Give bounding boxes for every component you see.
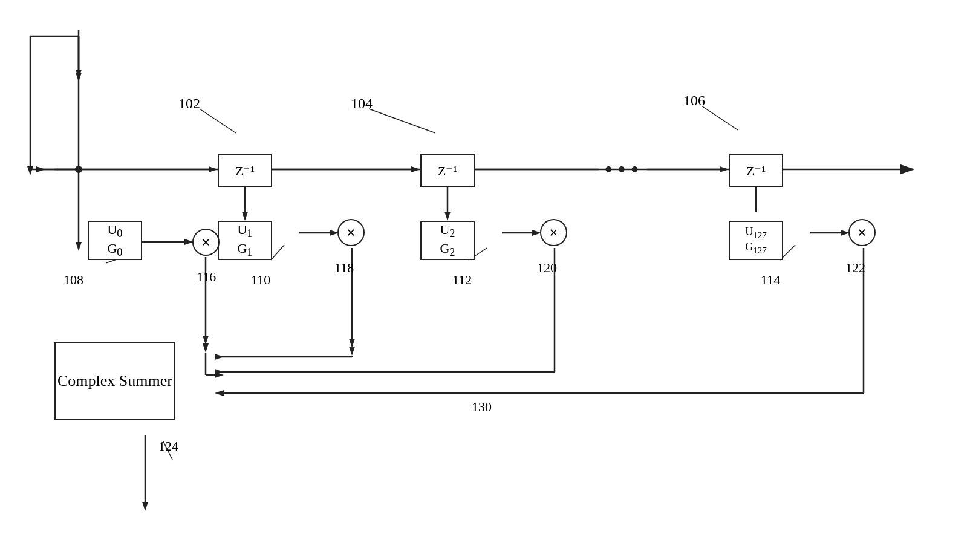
ref-122: 122 <box>845 260 865 276</box>
z2-label: Z⁻¹ <box>438 163 457 179</box>
ref-102: 102 <box>178 96 200 112</box>
svg-line-61 <box>369 109 435 133</box>
u1-block: U1G1 <box>218 221 272 260</box>
z3-label: Z⁻¹ <box>746 163 766 179</box>
svg-marker-18 <box>720 166 729 172</box>
diagram-svg: • • • <box>0 0 967 560</box>
svg-marker-25 <box>76 242 82 251</box>
svg-marker-49 <box>349 347 355 356</box>
svg-marker-52 <box>215 354 224 360</box>
mult1-block: × <box>192 229 220 256</box>
mult3-block: × <box>540 219 567 246</box>
mult4-block: × <box>848 219 876 246</box>
mult2-label: × <box>347 224 356 242</box>
u127-block: U127G127 <box>729 221 783 260</box>
u0-label: U0G0 <box>107 222 122 259</box>
ref-114: 114 <box>761 272 780 288</box>
u2-block: U2G2 <box>420 221 475 260</box>
complex-summer-label: Complex Summer <box>57 371 172 391</box>
ref-120: 120 <box>537 260 557 276</box>
svg-marker-5 <box>209 166 218 172</box>
mult4-label: × <box>858 224 867 242</box>
svg-line-64 <box>271 245 284 260</box>
u1-label: U1G1 <box>237 222 252 259</box>
z1-block: Z⁻¹ <box>218 154 272 187</box>
svg-marker-42 <box>215 390 224 396</box>
diagram-container: • • • Z⁻¹ Z⁻¹ Z⁻¹ U0G0 U1G1 U2G2 U127G12… <box>0 0 967 560</box>
z3-block: Z⁻¹ <box>729 154 783 187</box>
ref-104: 104 <box>351 96 373 112</box>
svg-marker-45 <box>203 343 209 353</box>
svg-marker-27 <box>203 336 209 345</box>
mult2-block: × <box>337 219 365 246</box>
u2-label: U2G2 <box>440 222 455 259</box>
ref-130: 130 <box>472 399 492 415</box>
mult1-label: × <box>201 233 210 252</box>
ref-116: 116 <box>197 269 216 285</box>
svg-marker-44 <box>142 502 148 511</box>
ref-106: 106 <box>683 93 705 109</box>
z2-block: Z⁻¹ <box>420 154 475 187</box>
svg-line-62 <box>702 106 738 130</box>
ref-110: 110 <box>251 272 270 288</box>
ref-108: 108 <box>63 272 83 288</box>
svg-marker-13 <box>411 166 420 172</box>
svg-text:• • •: • • • <box>605 157 639 181</box>
svg-marker-15 <box>444 212 451 221</box>
svg-marker-32 <box>349 339 355 348</box>
svg-line-60 <box>200 109 236 133</box>
u0-block: U0G0 <box>88 221 142 260</box>
svg-marker-57 <box>27 166 33 175</box>
ref-124: 124 <box>158 438 178 454</box>
ref-118: 118 <box>334 260 354 276</box>
u127-label: U127G127 <box>745 226 767 255</box>
svg-marker-69 <box>76 73 82 82</box>
complex-summer-block: Complex Summer <box>54 342 175 420</box>
svg-marker-20 <box>753 212 756 221</box>
ref-112: 112 <box>452 272 472 288</box>
z1-label: Z⁻¹ <box>235 163 255 179</box>
mult3-label: × <box>549 224 558 242</box>
svg-marker-11 <box>242 212 248 221</box>
